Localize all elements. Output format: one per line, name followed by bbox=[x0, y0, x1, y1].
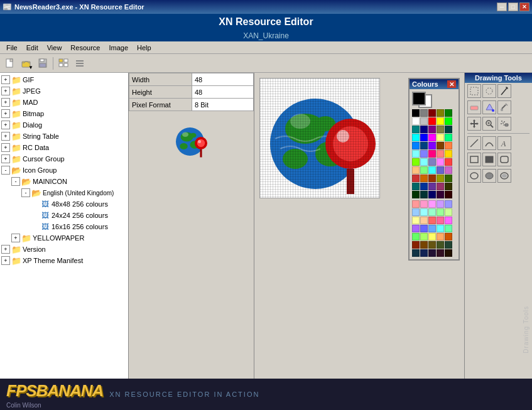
tool-curve[interactable] bbox=[482, 136, 496, 150]
expand-gif[interactable]: + bbox=[1, 75, 10, 84]
svg-point-59 bbox=[486, 173, 493, 179]
tool-roundrect[interactable] bbox=[497, 153, 511, 166]
svg-line-53 bbox=[470, 139, 478, 147]
folder-icon-xptheme: 📁 bbox=[11, 256, 21, 266]
expand-dialog[interactable]: + bbox=[1, 121, 10, 129]
tree-item-24x24[interactable]: 🖼 24x24 256 colours bbox=[1, 210, 127, 221]
expand-mainicon[interactable]: - bbox=[11, 177, 20, 186]
tree-item-icongroup[interactable]: - 📂 Icon Group bbox=[1, 165, 127, 176]
expand-version[interactable]: + bbox=[1, 245, 10, 254]
tree-item-english[interactable]: - 📂 English (United Kingdom) bbox=[1, 187, 127, 198]
props-icon-area: Width 48 Height 48 Pixel Format 8 Bit bbox=[129, 73, 254, 379]
menu-resource[interactable]: Resource bbox=[67, 43, 104, 53]
label-16x16: 16x16 256 colours bbox=[52, 223, 108, 230]
tree-item-stringtable[interactable]: + 📁 String Table bbox=[1, 131, 127, 142]
toolbar-tree2[interactable] bbox=[72, 57, 87, 70]
color-yellow[interactable] bbox=[437, 117, 444, 125]
color-silver[interactable] bbox=[420, 117, 428, 125]
menu-image[interactable]: Image bbox=[105, 43, 132, 53]
color-red[interactable] bbox=[428, 117, 436, 125]
tree-item-yellowpaper[interactable]: + 📁 YELLOWPAPER bbox=[1, 232, 127, 244]
menu-help[interactable]: Help bbox=[133, 43, 155, 53]
color-gray[interactable] bbox=[420, 109, 428, 117]
tree-item-dialog[interactable]: + 📁 Dialog bbox=[1, 119, 127, 131]
label-version: Version bbox=[23, 245, 46, 253]
toolbar: ▼ bbox=[0, 54, 532, 73]
toolbar-sep1 bbox=[53, 57, 53, 70]
color-lime[interactable] bbox=[445, 117, 452, 125]
dt-row1 bbox=[465, 83, 532, 99]
toolbar-new[interactable] bbox=[3, 57, 18, 70]
menu-edit[interactable]: Edit bbox=[23, 43, 42, 53]
expand-stringtable[interactable]: + bbox=[1, 132, 10, 141]
tool-move[interactable] bbox=[467, 117, 481, 131]
svg-rect-51 bbox=[505, 124, 508, 126]
color-green[interactable] bbox=[445, 109, 452, 117]
tree-item-jpeg[interactable]: + 📁 JPEG bbox=[1, 85, 127, 97]
tool-airbrush[interactable] bbox=[497, 117, 511, 131]
tree-item-mainicon[interactable]: - 📂 MAINICON bbox=[1, 176, 127, 187]
tree-item-cursorgroup[interactable]: + 📁 Cursor Group bbox=[1, 153, 127, 165]
tree-panel[interactable]: + 📁 GIF + 📁 JPEG + 📁 MAD + 📁 Bitmap + 📁 … bbox=[0, 73, 129, 379]
foreground-color[interactable] bbox=[412, 92, 426, 105]
expand-yellowpaper[interactable]: + bbox=[11, 234, 20, 242]
minimize-button[interactable]: ─ bbox=[497, 3, 507, 11]
close-button[interactable]: ✕ bbox=[519, 3, 529, 11]
expand-xptheme[interactable]: + bbox=[1, 256, 10, 265]
tree-item-version[interactable]: + 📁 Version bbox=[1, 244, 127, 255]
tool-lasso[interactable] bbox=[482, 84, 496, 98]
tree-item-xptheme[interactable]: + 📁 XP Theme Manifest bbox=[1, 255, 127, 266]
svg-line-35 bbox=[501, 87, 508, 95]
svg-point-30 bbox=[333, 126, 368, 161]
svg-rect-56 bbox=[486, 156, 493, 163]
color-black[interactable] bbox=[412, 109, 420, 117]
expand-rcdata[interactable]: + bbox=[1, 143, 10, 152]
tool-line[interactable] bbox=[467, 136, 481, 150]
tree-item-48x48[interactable]: 🖼 48x48 256 colours bbox=[1, 198, 127, 210]
tree-item-bitmap[interactable]: + 📁 Bitmap bbox=[1, 108, 127, 119]
tool-pencil[interactable] bbox=[497, 84, 511, 98]
expand-mad[interactable]: + bbox=[1, 98, 10, 107]
app-title: XN Resource Editor bbox=[0, 14, 532, 30]
expand-bitmap[interactable]: + bbox=[1, 109, 10, 118]
menu-view[interactable]: View bbox=[43, 43, 66, 53]
toolbar-save[interactable] bbox=[35, 57, 50, 70]
tool-rect-outline[interactable] bbox=[467, 153, 481, 166]
tree-item-rcdata[interactable]: + 📁 RC Data bbox=[1, 142, 127, 153]
toolbar-tree1[interactable] bbox=[56, 57, 71, 70]
tool-ellipse-outline[interactable] bbox=[467, 169, 481, 183]
tool-fill[interactable] bbox=[482, 100, 496, 114]
tool-eraser[interactable] bbox=[467, 100, 481, 114]
colours-panel: Colours ✕ bbox=[408, 78, 460, 261]
menu-file[interactable]: File bbox=[3, 43, 21, 53]
color-darkred[interactable] bbox=[428, 109, 436, 117]
tree-item-mad[interactable]: + 📁 MAD bbox=[1, 97, 127, 108]
svg-point-22 bbox=[198, 140, 201, 143]
tool-text[interactable]: A bbox=[497, 136, 511, 150]
tool-rect-filled[interactable] bbox=[482, 153, 496, 166]
tool-rect-select[interactable] bbox=[467, 84, 481, 98]
expand-cursorgroup[interactable]: + bbox=[1, 154, 10, 163]
drawing-tools-title: Drawing Tools bbox=[465, 73, 532, 83]
tool-ellipse-filled[interactable] bbox=[482, 169, 496, 183]
svg-point-58 bbox=[470, 173, 478, 179]
label-icongroup: Icon Group bbox=[23, 166, 57, 174]
color-white[interactable] bbox=[412, 117, 420, 125]
expand-icongroup[interactable]: - bbox=[1, 166, 10, 175]
colours-close-button[interactable]: ✕ bbox=[447, 80, 456, 88]
folder-icon-stringtable: 📁 bbox=[11, 131, 21, 141]
color-olive[interactable] bbox=[437, 109, 444, 117]
tool-zoom[interactable] bbox=[482, 117, 496, 131]
canvas-area[interactable] bbox=[259, 78, 380, 198]
toolbar-open[interactable]: ▼ bbox=[19, 57, 34, 70]
expand-english[interactable]: - bbox=[21, 188, 30, 197]
tool-eyedropper[interactable] bbox=[497, 100, 511, 114]
tool-ellipse-aa[interactable] bbox=[497, 169, 511, 183]
label-english: English (United Kingdom) bbox=[43, 190, 114, 197]
label-bitmap: Bitmap bbox=[23, 110, 44, 117]
restore-button[interactable]: □ bbox=[508, 3, 518, 11]
tree-item-16x16[interactable]: 🖼 16x16 256 colours bbox=[1, 221, 127, 232]
svg-point-49 bbox=[504, 121, 505, 122]
tree-item-gif[interactable]: + 📁 GIF bbox=[1, 74, 127, 85]
expand-jpeg[interactable]: + bbox=[1, 87, 10, 95]
